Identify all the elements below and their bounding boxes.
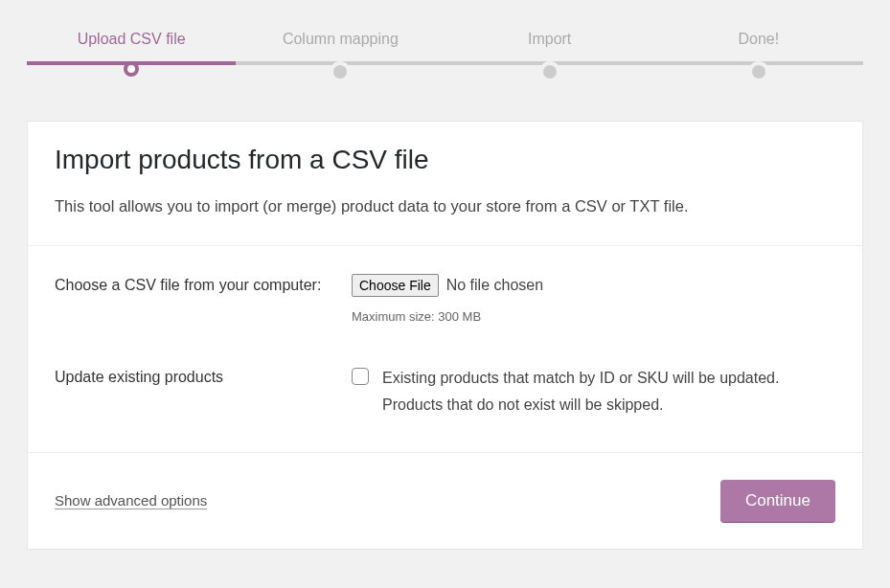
- card-footer: Show advanced options Continue: [28, 453, 862, 549]
- update-existing-label: Update existing products: [55, 365, 352, 417]
- step-dot-icon: [748, 61, 769, 82]
- step-label: Upload CSV file: [27, 31, 236, 48]
- step-done[interactable]: Done!: [654, 31, 863, 82]
- step-import[interactable]: Import: [445, 31, 654, 82]
- step-upload-csv[interactable]: Upload CSV file: [27, 31, 236, 82]
- update-existing-description: Existing products that match by ID or SK…: [382, 365, 835, 417]
- choose-file-button[interactable]: Choose File: [352, 274, 439, 297]
- file-field-label: Choose a CSV file from your computer:: [55, 273, 352, 328]
- import-card: Import products from a CSV file This too…: [27, 121, 863, 550]
- step-dot-icon: [124, 61, 139, 77]
- step-dot-icon: [539, 61, 560, 82]
- card-header: Import products from a CSV file This too…: [28, 122, 862, 246]
- page-title: Import products from a CSV file: [55, 145, 835, 175]
- file-status: No file chosen: [446, 273, 543, 298]
- show-advanced-options-link[interactable]: Show advanced options: [55, 492, 207, 509]
- file-field-row: Choose a CSV file from your computer: Ch…: [55, 273, 835, 328]
- step-dot-icon: [330, 61, 351, 82]
- step-label: Column mapping: [236, 31, 445, 48]
- page-subtitle: This tool allows you to import (or merge…: [55, 194, 835, 218]
- file-field-control: Choose File No file chosen Maximum size:…: [352, 273, 835, 328]
- continue-button[interactable]: Continue: [720, 480, 835, 522]
- stepper: Upload CSV file Column mapping Import Do…: [27, 0, 863, 121]
- update-existing-row: Update existing products Existing produc…: [55, 365, 835, 417]
- update-existing-control: Existing products that match by ID or SK…: [352, 365, 835, 417]
- file-chooser[interactable]: Choose File No file chosen: [352, 273, 543, 298]
- step-column-mapping[interactable]: Column mapping: [236, 31, 445, 82]
- step-label: Done!: [654, 31, 863, 48]
- card-body: Choose a CSV file from your computer: Ch…: [28, 246, 862, 453]
- file-size-hint: Maximum size: 300 MB: [352, 307, 835, 328]
- update-existing-checkbox[interactable]: [352, 368, 369, 385]
- step-label: Import: [445, 31, 654, 48]
